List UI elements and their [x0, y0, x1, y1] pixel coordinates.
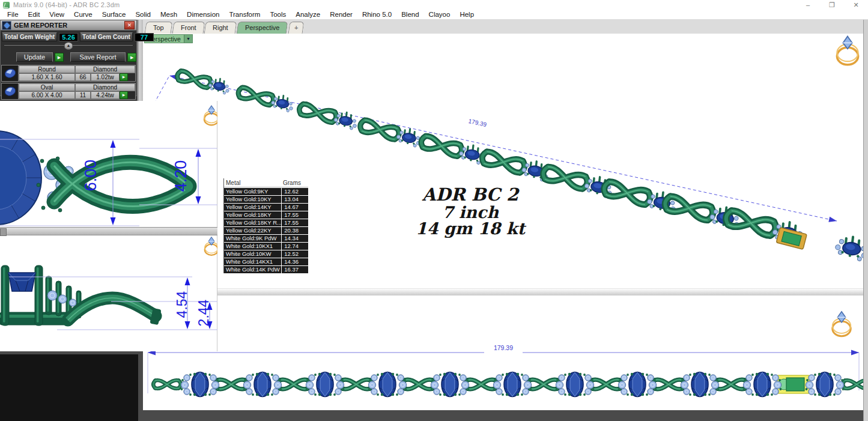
metal-column-header: Metal [224, 180, 283, 186]
metal-table-header: Metal Grams [224, 178, 308, 187]
metal-table-row[interactable]: Yellow Gold:18KY17.55 [224, 211, 308, 219]
menu-item-clayoo[interactable]: Clayoo [424, 11, 455, 18]
maximize-icon[interactable]: ❐ [820, 1, 844, 9]
detail-view-splitter[interactable] [0, 227, 217, 235]
annotation-size: 7 inch [389, 204, 551, 221]
dimension-label-height: 6.00 [82, 154, 99, 196]
gem-count: 66 [75, 73, 91, 81]
save-report-go-icon[interactable]: ▶ [127, 53, 136, 62]
menu-item-view[interactable]: View [44, 11, 69, 18]
metal-name: Yellow Gold:18KY R... [224, 219, 281, 226]
metal-grams: 12.62 [282, 188, 308, 195]
annotation-name: ADR BC 2 [389, 186, 551, 204]
metal-name: Yellow Gold:9KY [224, 188, 281, 195]
annotation-weight: 14 gm 18 kt [389, 220, 551, 237]
metal-grams: 17.55 [282, 219, 308, 226]
menu-item-solid[interactable]: Solid [130, 11, 156, 18]
gem-reporter-header[interactable]: GEM REPORTER ✕ [1, 20, 136, 31]
viewport-splitter[interactable] [143, 288, 863, 295]
gem-thumbnail-icon [2, 83, 19, 99]
front-viewport[interactable] [143, 295, 863, 410]
add-viewport-tab[interactable]: + [288, 22, 304, 34]
menu-item-tools[interactable]: Tools [265, 11, 291, 18]
menu-item-dimension[interactable]: Dimension [182, 11, 224, 18]
menu-item-edit[interactable]: Edit [23, 11, 45, 18]
metal-grams: 14.67 [282, 204, 308, 211]
front-render[interactable] [143, 295, 863, 410]
application-window: Matrix 9.0 (64-bit) - ADR BC 2.3dm – ❐ ✕… [0, 0, 868, 421]
metal-name: Yellow Gold:14KY [224, 204, 281, 211]
viewport-tab-right[interactable]: Right [204, 22, 237, 34]
gem-shape: Round [19, 65, 75, 73]
total-count-label: Total Gem Count [80, 32, 133, 41]
menu-item-file[interactable]: File [2, 11, 23, 18]
viewport-tab-front[interactable]: Front [172, 22, 204, 34]
metal-grams: 14.34 [282, 235, 308, 242]
update-go-icon[interactable]: ▶ [55, 53, 64, 62]
metal-table-row[interactable]: Yellow Gold:10KY13.04 [224, 196, 308, 203]
chevron-down-icon[interactable]: ▼ [184, 35, 192, 43]
panel-collapse-button[interactable]: ▲ [64, 42, 73, 50]
panel-edge-strip [137, 20, 143, 101]
metal-table-row[interactable]: Yellow Gold:14KY14.67 [224, 204, 308, 211]
metal-name: White Gold:14K PdW [224, 266, 281, 273]
menu-item-mesh[interactable]: Mesh [156, 11, 182, 18]
menu-item-surface[interactable]: Surface [97, 11, 131, 18]
grams-column-header: Grams [283, 180, 301, 186]
gem-row[interactable]: RoundDiamond1.60 X 1.60661.02tw▶ [1, 65, 136, 82]
metal-table-row[interactable]: White Gold:14KX114.36 [224, 258, 308, 265]
design-annotation: ADR BC 2 7 inch 14 gm 18 kt [389, 186, 551, 237]
app-icon [3, 2, 10, 8]
metal-table-row[interactable]: Yellow Gold:22KY20.38 [224, 227, 308, 234]
window-title: Matrix 9.0 (64-bit) - ADR BC 2.3dm [13, 1, 120, 8]
gem-go-button[interactable]: ▶ [120, 73, 128, 81]
panel-divider: ▲ [4, 45, 133, 51]
dimension-label-side-shank: 2.44 [196, 295, 211, 331]
close-icon[interactable]: ✕ [844, 1, 868, 9]
metal-name: White Gold:9K PdW [224, 235, 281, 242]
panel-close-icon[interactable]: ✕ [124, 21, 135, 29]
gem-weight: 4.24tw [91, 91, 120, 99]
menu-item-blend[interactable]: Blend [396, 11, 423, 18]
metal-name: Yellow Gold:18KY [224, 211, 281, 219]
gem-type: Diamond [75, 83, 135, 91]
metal-table-row[interactable]: White Gold:10KX112.74 [224, 243, 308, 250]
viewport-tab-top[interactable]: Top [145, 22, 173, 34]
menu-item-curve[interactable]: Curve [69, 11, 97, 18]
gem-totals-row: Total Gem Weight 5.26 Total Gem Count 77 [1, 31, 136, 43]
gem-list: RoundDiamond1.60 X 1.60661.02tw▶OvalDiam… [1, 62, 136, 100]
gem-thumbnail-icon [2, 65, 19, 81]
metal-table-row[interactable]: White Gold:9K PdW14.34 [224, 235, 308, 242]
metal-grams: 20.38 [282, 227, 308, 234]
menu-item-render[interactable]: Render [325, 11, 357, 18]
metal-table-row[interactable]: White Gold:14K PdW16.37 [224, 266, 308, 273]
menu-item-analyze[interactable]: Analyze [291, 11, 325, 18]
menu-item-help[interactable]: Help [455, 11, 479, 18]
metal-name: White Gold:10KW [224, 250, 281, 258]
gem-go-button[interactable]: ▶ [120, 91, 128, 99]
viewport-tab-perspective[interactable]: Perspective [237, 22, 288, 34]
gem-icon [2, 21, 11, 30]
right-scroll-strip[interactable] [863, 20, 868, 421]
save-report-button[interactable]: Save Report [70, 52, 126, 62]
title-bar: Matrix 9.0 (64-bit) - ADR BC 2.3dm – ❐ ✕ [0, 0, 868, 10]
empty-panel-area [0, 354, 138, 421]
menu-item-rhino-5-0[interactable]: Rhino 5.0 [357, 11, 396, 18]
metal-table-row[interactable]: Yellow Gold:9KY12.62 [224, 188, 308, 195]
total-count-value: 77 [135, 33, 154, 41]
update-button[interactable]: Update [16, 52, 53, 62]
metal-name: Yellow Gold:10KY [224, 196, 281, 203]
minimize-icon[interactable]: – [796, 1, 820, 9]
workspace: TopFrontRightPerspective+ Perspective ▼ [0, 20, 868, 421]
menu-item-transform[interactable]: Transform [224, 11, 265, 18]
metal-grams: 12.52 [282, 250, 308, 258]
gem-size: 6.00 X 4.00 [19, 91, 75, 99]
gem-reporter-title: GEM REPORTER [14, 22, 67, 29]
menu-bar: FileEditViewCurveSurfaceSolidMeshDimensi… [0, 10, 868, 20]
gem-row[interactable]: OvalDiamond6.00 X 4.00114.24tw▶ [1, 83, 136, 100]
gem-reporter-panel: GEM REPORTER ✕ Total Gem Weight 5.26 Tot… [0, 20, 137, 96]
viewport-tab-bar: TopFrontRightPerspective+ [143, 20, 863, 34]
metal-name: Yellow Gold:22KY [224, 227, 281, 234]
metal-table-row[interactable]: White Gold:10KW12.52 [224, 250, 308, 258]
metal-table-row[interactable]: Yellow Gold:18KY R...17.55 [224, 219, 308, 226]
